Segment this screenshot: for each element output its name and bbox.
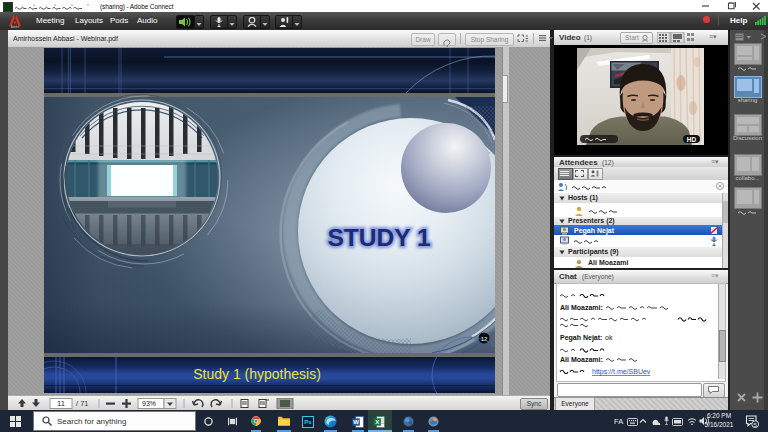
svg-text:Ali Moazami:: Ali Moazami:	[560, 304, 603, 311]
svg-text:Pegah Nejat:: Pegah Nejat:	[560, 334, 602, 342]
svg-text:HD: HD	[687, 136, 697, 143]
svg-text:STUDY 1: STUDY 1	[327, 224, 430, 251]
svg-text:Adobe: Adobe	[11, 25, 20, 29]
svg-text:ok: ok	[605, 334, 613, 341]
svg-text:Study 1 (hypothesis): Study 1 (hypothesis)	[193, 366, 321, 382]
svg-text:93%: 93%	[142, 400, 156, 407]
svg-text:X: X	[375, 419, 379, 425]
svg-text:11: 11	[57, 399, 65, 408]
svg-text:https://t.me/SBUev: https://t.me/SBUev	[592, 368, 651, 376]
svg-text:/ 71: / 71	[76, 399, 89, 408]
svg-text:W: W	[353, 419, 359, 425]
svg-text:Ali Moazami:: Ali Moazami:	[560, 356, 603, 363]
